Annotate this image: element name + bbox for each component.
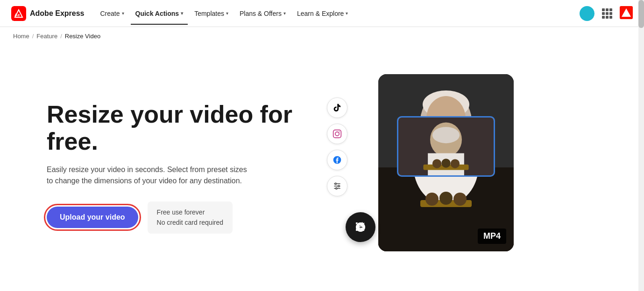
free-line1: Free use forever <box>157 207 223 217</box>
upload-video-button[interactable]: Upload your video <box>47 207 138 228</box>
facebook-icon[interactable] <box>327 150 347 170</box>
hero-title: Resize your video for free. <box>47 101 308 154</box>
svg-point-34 <box>441 159 450 167</box>
hero-content: Resize your video for free. Easily resiz… <box>47 101 308 233</box>
avatar[interactable] <box>580 6 594 21</box>
breadcrumb-current: Resize Video <box>65 33 100 40</box>
svg-point-30 <box>432 127 460 143</box>
svg-point-33 <box>432 159 441 168</box>
nav-quick-actions[interactable]: Quick Actions ▾ <box>131 7 188 20</box>
format-badge: MP4 <box>478 229 506 244</box>
social-icons-panel <box>327 97 347 196</box>
resize-frame <box>397 116 495 177</box>
breadcrumb-sep: / <box>32 33 34 40</box>
logo-text: Adobe Express <box>30 9 84 18</box>
apps-grid-icon[interactable] <box>602 8 612 19</box>
svg-rect-5 <box>333 130 341 138</box>
video-illustration: MP4 <box>327 69 523 265</box>
nav-items: Create ▾ Quick Actions ▾ Templates ▾ Pla… <box>95 7 576 20</box>
svg-point-26 <box>439 192 453 205</box>
svg-point-14 <box>336 187 337 189</box>
chevron-down-icon: ▾ <box>283 11 286 16</box>
scrollbar-thumb[interactable] <box>638 0 644 28</box>
main-content: Resize your video for free. Easily resiz… <box>0 45 644 290</box>
logo[interactable]: Ae Adobe Express <box>11 6 84 21</box>
chevron-down-icon: ▾ <box>346 11 348 16</box>
chevron-down-icon: ▾ <box>181 11 183 16</box>
free-line2: No credit card required <box>157 217 223 228</box>
scrollbar[interactable] <box>638 0 644 291</box>
svg-point-27 <box>453 193 467 206</box>
tiktok-icon[interactable] <box>327 97 347 118</box>
adobe-icon[interactable] <box>620 6 633 21</box>
breadcrumb: Home / Feature / Resize Video <box>0 27 644 45</box>
nav-right <box>580 6 633 21</box>
nav-create[interactable]: Create ▾ <box>95 7 128 20</box>
svg-point-7 <box>339 132 340 132</box>
svg-point-25 <box>425 193 439 206</box>
svg-point-35 <box>451 159 460 168</box>
chevron-down-icon: ▾ <box>122 11 124 16</box>
svg-point-12 <box>335 183 336 184</box>
breadcrumb-home[interactable]: Home <box>13 33 29 40</box>
svg-point-13 <box>338 185 340 187</box>
hero-subtitle: Easily resize your video in seconds. Sel… <box>47 164 252 187</box>
video-background: MP4 <box>378 74 514 251</box>
instagram-icon[interactable] <box>327 124 347 144</box>
nav-learn[interactable]: Learn & Explore ▾ <box>292 7 353 20</box>
chevron-down-icon: ▾ <box>226 11 228 16</box>
breadcrumb-sep: / <box>60 33 62 40</box>
logo-icon: Ae <box>11 6 26 21</box>
convert-button[interactable] <box>346 212 375 242</box>
nav-templates[interactable]: Templates ▾ <box>190 7 233 20</box>
nav-plans[interactable]: Plans & Offers ▾ <box>235 7 290 20</box>
breadcrumb-feature[interactable]: Feature <box>36 33 57 40</box>
navbar: Ae Adobe Express Create ▾ Quick Actions … <box>0 0 644 27</box>
svg-point-6 <box>335 132 339 136</box>
cta-row: Upload your video Free use forever No cr… <box>47 201 308 234</box>
free-text-box: Free use forever No credit card required <box>148 201 233 234</box>
settings-sliders-icon[interactable] <box>327 176 347 196</box>
video-card: MP4 <box>378 74 514 251</box>
svg-text:Ae: Ae <box>14 13 20 17</box>
